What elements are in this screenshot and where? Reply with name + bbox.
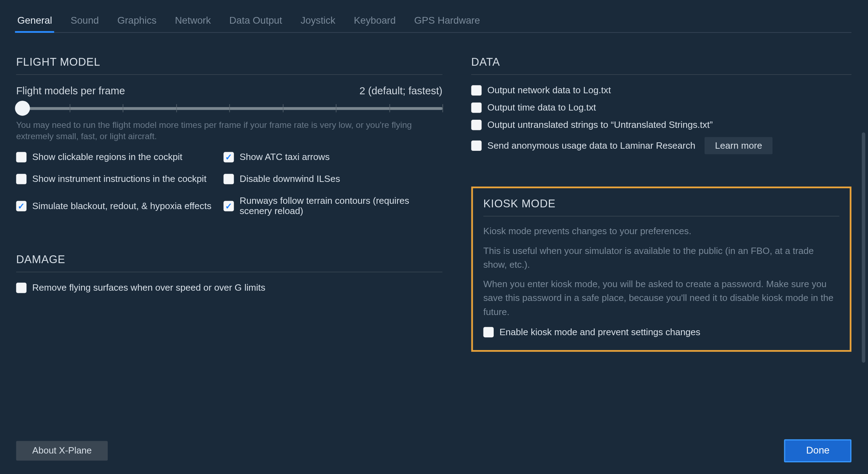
tab-joystick[interactable]: Joystick bbox=[299, 12, 336, 32]
kiosk-heading: KIOSK MODE bbox=[483, 197, 839, 217]
slider-value: 2 (default; fastest) bbox=[359, 85, 442, 97]
scrollbar[interactable] bbox=[862, 132, 865, 363]
check-runways-terrain[interactable]: Runways follow terrain contours (require… bbox=[223, 195, 442, 216]
check-blackout[interactable]: Simulate blackout, redout, & hypoxia eff… bbox=[16, 195, 224, 216]
checkbox-label: Output untranslated strings to “Untransl… bbox=[487, 120, 713, 130]
flight-models-slider[interactable] bbox=[16, 102, 442, 115]
checkbox-icon bbox=[223, 173, 234, 184]
kiosk-text-3: When you enter kiosk mode, you will be a… bbox=[483, 278, 839, 319]
checkbox-label: Send anonymous usage data to Laminar Res… bbox=[487, 141, 696, 151]
tab-data-output[interactable]: Data Output bbox=[228, 12, 283, 32]
checkbox-label: Simulate blackout, redout, & hypoxia eff… bbox=[32, 201, 211, 211]
checkbox-label: Enable kiosk mode and prevent settings c… bbox=[499, 327, 700, 337]
about-button[interactable]: About X-Plane bbox=[16, 441, 108, 461]
checkbox-icon bbox=[483, 327, 494, 337]
damage-heading: DAMAGE bbox=[16, 253, 442, 272]
tab-keyboard[interactable]: Keyboard bbox=[353, 12, 397, 32]
checkbox-icon bbox=[471, 120, 481, 130]
check-output-time[interactable]: Output time data to Log.txt bbox=[471, 102, 851, 113]
tab-sound[interactable]: Sound bbox=[69, 12, 100, 32]
checkbox-icon bbox=[471, 141, 481, 151]
check-enable-kiosk[interactable]: Enable kiosk mode and prevent settings c… bbox=[483, 327, 839, 337]
kiosk-text-1: Kiosk mode prevents changes to your pref… bbox=[483, 225, 839, 238]
checkbox-icon bbox=[223, 152, 234, 162]
learn-more-button[interactable]: Learn more bbox=[705, 137, 773, 154]
checkbox-label: Remove flying surfaces when over speed o… bbox=[32, 283, 265, 293]
slider-help-text: You may need to run the flight model mor… bbox=[16, 119, 442, 142]
checkbox-icon bbox=[16, 173, 27, 184]
tab-network[interactable]: Network bbox=[174, 12, 212, 32]
checkbox-label: Disable downwind ILSes bbox=[240, 173, 340, 184]
check-disable-downwind[interactable]: Disable downwind ILSes bbox=[223, 173, 442, 184]
checkbox-label: Show clickable regions in the cockpit bbox=[32, 152, 182, 162]
checkbox-icon bbox=[16, 201, 27, 211]
tab-general[interactable]: General bbox=[16, 12, 53, 32]
checkbox-icon bbox=[471, 102, 481, 113]
checkbox-label: Show ATC taxi arrows bbox=[240, 152, 330, 162]
checkbox-label: Runways follow terrain contours (require… bbox=[240, 195, 442, 216]
slider-thumb[interactable] bbox=[15, 101, 30, 115]
flight-model-heading: FLIGHT MODEL bbox=[16, 56, 442, 75]
tab-gps-hardware[interactable]: GPS Hardware bbox=[413, 12, 481, 32]
checkbox-label: Output network data to Log.txt bbox=[487, 85, 611, 95]
data-heading: DATA bbox=[471, 56, 851, 75]
check-clickable-regions[interactable]: Show clickable regions in the cockpit bbox=[16, 152, 224, 162]
tab-graphics[interactable]: Graphics bbox=[116, 12, 158, 32]
check-output-network[interactable]: Output network data to Log.txt bbox=[471, 85, 851, 95]
check-send-usage[interactable]: Send anonymous usage data to Laminar Res… bbox=[471, 141, 695, 151]
slider-label: Flight models per frame bbox=[16, 85, 125, 97]
checkbox-icon bbox=[16, 283, 27, 293]
checkbox-icon bbox=[471, 85, 481, 95]
checkbox-icon bbox=[223, 201, 234, 211]
checkbox-icon bbox=[16, 152, 27, 162]
checkbox-label: Show instrument instructions in the cock… bbox=[32, 173, 206, 184]
kiosk-mode-section: KIOSK MODE Kiosk mode prevents changes t… bbox=[471, 186, 851, 352]
check-remove-surfaces[interactable]: Remove flying surfaces when over speed o… bbox=[16, 283, 442, 293]
done-button[interactable]: Done bbox=[784, 439, 851, 462]
check-atc-taxi[interactable]: Show ATC taxi arrows bbox=[223, 152, 442, 162]
check-instrument-instructions[interactable]: Show instrument instructions in the cock… bbox=[16, 173, 224, 184]
settings-tabs: General Sound Graphics Network Data Outp… bbox=[16, 12, 852, 33]
kiosk-text-2: This is useful when your simulator is av… bbox=[483, 244, 839, 272]
check-output-untranslated[interactable]: Output untranslated strings to “Untransl… bbox=[471, 120, 851, 130]
checkbox-label: Output time data to Log.txt bbox=[487, 102, 596, 113]
